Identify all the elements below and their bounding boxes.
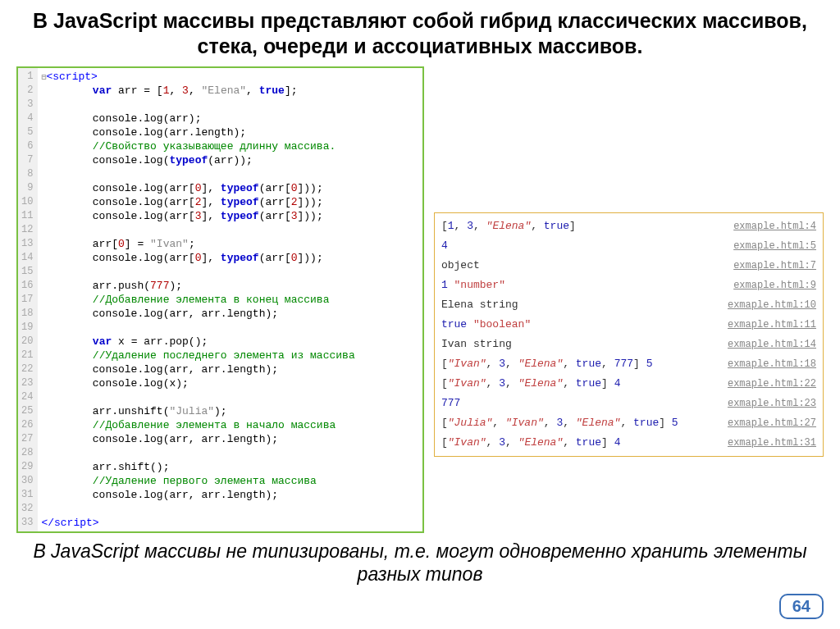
- console-row: 4exmaple.html:5: [435, 236, 823, 256]
- console-source-link[interactable]: exmaple.html:7: [733, 258, 816, 274]
- console-row: true "boolean"exmaple.html:11: [435, 315, 823, 335]
- line-number: 11: [21, 209, 33, 223]
- code-line: [41, 321, 354, 335]
- code-line: console.log(arr, arr.length);: [41, 432, 354, 446]
- code-lines: ⊟<script> var arr = [1, 3, "Elena", true…: [38, 68, 358, 531]
- code-line: arr.push(777);: [41, 279, 354, 293]
- line-number: 14: [21, 251, 33, 265]
- console-row: ["Ivan", 3, "Elena", true] 4exmaple.html…: [435, 374, 823, 394]
- line-number: 28: [21, 446, 33, 460]
- code-line: [41, 502, 354, 516]
- code-line: //Свойство указывающее длинну массива.: [41, 139, 354, 153]
- console-row: Elena stringexmaple.html:10: [435, 295, 823, 315]
- code-line: //Удаление первого элемента массива: [41, 474, 354, 488]
- line-number: 31: [21, 488, 33, 502]
- slide-footer: В JavaScript массивы не типизированы, т.…: [16, 540, 824, 587]
- line-number: 4: [21, 112, 33, 125]
- code-line: console.log(arr, arr.length);: [41, 362, 354, 376]
- line-number: 22: [21, 362, 33, 376]
- console-output: ["Ivan", 3, "Elena", true] 4: [441, 376, 621, 391]
- code-line: console.log(x);: [41, 376, 354, 390]
- console-source-link[interactable]: exmaple.html:11: [728, 317, 816, 333]
- line-number: 25: [21, 404, 33, 418]
- console-source-link[interactable]: exmaple.html:31: [728, 435, 816, 451]
- line-number: 13: [21, 237, 33, 251]
- line-number: 18: [21, 307, 33, 321]
- code-gutter: 1234567891011121314151617181920212223242…: [18, 68, 38, 531]
- content-row: 1234567891011121314151617181920212223242…: [16, 66, 824, 533]
- console-source-link[interactable]: exmaple.html:22: [728, 376, 816, 392]
- console-row: 777exmaple.html:23: [435, 394, 823, 413]
- code-line: [41, 390, 354, 404]
- line-number: 10: [21, 195, 33, 209]
- code-line: console.log(arr.length);: [41, 125, 354, 139]
- code-line: arr[0] = "Ivan";: [41, 237, 354, 251]
- line-number: 27: [21, 432, 33, 446]
- console-output: true "boolean": [441, 317, 531, 332]
- page-number-badge: 64: [779, 594, 824, 619]
- console-source-link[interactable]: exmaple.html:23: [728, 396, 816, 412]
- code-line: console.log(arr, arr.length);: [41, 488, 354, 502]
- line-number: 2: [21, 84, 33, 98]
- line-number: 6: [21, 139, 33, 153]
- line-number: 8: [21, 167, 33, 181]
- code-line: console.log(arr[2], typeof(arr[2]));: [41, 195, 354, 209]
- code-line: ⊟<script>: [41, 70, 354, 84]
- line-number: 3: [21, 98, 33, 112]
- code-line: //Удаление последнего элемента из массив…: [41, 349, 354, 362]
- line-number: 29: [21, 460, 33, 474]
- line-number: 23: [21, 376, 33, 390]
- code-line: [41, 98, 354, 112]
- line-number: 17: [21, 293, 33, 307]
- line-number: 16: [21, 279, 33, 293]
- code-line: [41, 167, 354, 181]
- code-line: var arr = [1, 3, "Elena", true];: [41, 84, 354, 98]
- line-number: 26: [21, 418, 33, 432]
- console-row: ["Ivan", 3, "Elena", true] 4exmaple.html…: [435, 433, 823, 453]
- line-number: 15: [21, 265, 33, 279]
- console-source-link[interactable]: exmaple.html:4: [733, 219, 816, 235]
- code-line: console.log(typeof(arr));: [41, 153, 354, 167]
- code-line: //Добавление элемента в начало массива: [41, 418, 354, 432]
- console-output: ["Ivan", 3, "Elena", true] 4: [441, 435, 621, 450]
- console-source-link[interactable]: exmaple.html:9: [733, 278, 816, 294]
- console-source-link[interactable]: exmaple.html:27: [728, 416, 816, 431]
- console-output: object: [441, 258, 480, 273]
- line-number: 19: [21, 321, 33, 335]
- line-number: 1: [21, 70, 33, 84]
- console-output: Elena string: [441, 297, 518, 312]
- console-output: 1 "number": [441, 277, 505, 293]
- code-line: console.log(arr[0], typeof(arr[0]));: [41, 181, 354, 195]
- line-number: 5: [21, 125, 33, 139]
- code-line: var x = arr.pop();: [41, 335, 354, 349]
- console-source-link[interactable]: exmaple.html:10: [728, 298, 816, 313]
- code-line: arr.shift();: [41, 460, 354, 474]
- code-panel: 1234567891011121314151617181920212223242…: [16, 66, 424, 533]
- line-number: 20: [21, 335, 33, 349]
- console-output: Ivan string: [441, 336, 512, 352]
- line-number: 21: [21, 349, 33, 362]
- code-line: //Добавление элемента в конец массива: [41, 293, 354, 307]
- console-row: ["Julia", "Ivan", 3, "Elena", true] 5exm…: [435, 413, 823, 433]
- line-number: 30: [21, 474, 33, 488]
- code-line: console.log(arr);: [41, 112, 354, 125]
- console-row: objectexmaple.html:7: [435, 256, 823, 276]
- code-line: [41, 265, 354, 279]
- console-source-link[interactable]: exmaple.html:18: [728, 357, 816, 372]
- console-row: Ivan stringexmaple.html:14: [435, 335, 823, 354]
- line-number: 24: [21, 390, 33, 404]
- code-line: console.log(arr[0], typeof(arr[0]));: [41, 251, 354, 265]
- code-line: arr.unshift("Julia");: [41, 404, 354, 418]
- console-row: [1, 3, "Elena", true]exmaple.html:4: [435, 217, 823, 236]
- code-line: console.log(arr, arr.length);: [41, 307, 354, 321]
- console-output: 777: [441, 395, 460, 411]
- code-line: [41, 223, 354, 237]
- console-source-link[interactable]: exmaple.html:5: [733, 239, 816, 254]
- code-line: [41, 446, 354, 460]
- code-line: console.log(arr[3], typeof(arr[3]));: [41, 209, 354, 223]
- console-panel: [1, 3, "Elena", true]exmaple.html:44exma…: [434, 212, 824, 457]
- console-source-link[interactable]: exmaple.html:14: [728, 337, 816, 353]
- line-number: 9: [21, 181, 33, 195]
- console-output: 4: [441, 238, 448, 253]
- code-line: </script>: [41, 516, 354, 530]
